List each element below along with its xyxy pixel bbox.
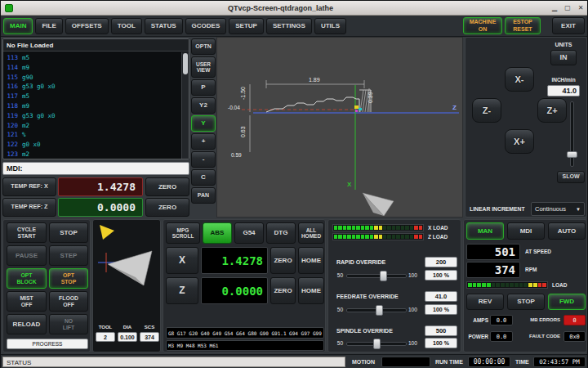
opt-block-button[interactable]: OPT BLOCK	[7, 268, 47, 289]
spindle-rev-button[interactable]: REV	[466, 294, 504, 310]
gcode-line[interactable]: 116g53 g0 x0	[5, 82, 181, 92]
z-home-button[interactable]: HOME	[298, 277, 324, 304]
mpg-scroll-button[interactable]: MPG SCROLL	[166, 222, 200, 244]
z-zero-button[interactable]: ZERO	[270, 277, 296, 304]
minimize-icon[interactable]: ▁	[548, 4, 561, 11]
exit-button[interactable]: EXIT	[552, 17, 585, 34]
gcode-list[interactable]: 113m5114m9115g90116g53 g0 x0117m5118m911…	[3, 52, 181, 159]
gcode-line[interactable]: 123m2	[5, 150, 181, 159]
spindle-rpm-display: 374	[466, 262, 520, 278]
spindle-fwd-button[interactable]: FWD	[548, 294, 586, 310]
dtg-button[interactable]: DTG	[266, 222, 296, 244]
view-pan-button[interactable]: PAN	[191, 187, 216, 204]
temp-ref-z-button[interactable]: TEMP REF: Z	[2, 198, 56, 217]
file-scrollbar[interactable]	[181, 52, 189, 159]
view-y-button[interactable]: Y	[191, 115, 216, 132]
jog-rate-slider-handle[interactable]	[567, 151, 577, 158]
app-window: QTvcp-Screen-qtdragon_lathe ▁ ▢ ✕ MAIN F…	[0, 0, 588, 368]
x-home-button[interactable]: HOME	[298, 247, 324, 274]
gcode-line[interactable]: 120m2	[5, 121, 181, 131]
view-c-button[interactable]: C	[191, 169, 216, 186]
rapid-slider-handle[interactable]	[380, 271, 387, 281]
mdi-entry[interactable]: MDI:	[2, 162, 189, 175]
cycle-start-button[interactable]: CYCLE START	[7, 222, 47, 243]
mb-errors-label: MB ERRORS	[516, 317, 560, 322]
opt-stop-button[interactable]: OPT STOP	[49, 268, 88, 289]
slow-button[interactable]: SLOW	[557, 171, 585, 183]
view-y2-button[interactable]: Y2	[191, 97, 216, 114]
fault-code-label: FAULT CODE	[516, 334, 560, 339]
gcode-line[interactable]: 115g90	[5, 73, 181, 83]
scrollbar-thumb[interactable]	[183, 53, 188, 74]
step-button[interactable]: STEP	[49, 245, 88, 266]
tab-utils[interactable]: UTILS	[314, 18, 346, 34]
tab-offsets[interactable]: OFFSETS	[65, 18, 109, 34]
jog-x-minus-button[interactable]: X-	[505, 67, 534, 92]
feed-override-slider[interactable]	[346, 308, 407, 312]
mist-button[interactable]: MIST OFF	[7, 291, 47, 312]
machine-on-button[interactable]: MACHINE ON	[463, 17, 502, 34]
gcode-line[interactable]: 114m9	[5, 63, 181, 73]
mdi-mode-button[interactable]: MDI	[507, 222, 545, 240]
view-optn-button[interactable]: OPTN	[191, 38, 216, 55]
time-label: TIME	[515, 359, 529, 365]
tab-main[interactable]: MAIN	[3, 18, 33, 34]
gcode-line[interactable]: 113m5	[5, 53, 181, 63]
tab-gcodes[interactable]: GCODES	[185, 18, 227, 34]
tab-settings[interactable]: SETTINGS	[266, 18, 312, 34]
reload-button[interactable]: RELOAD	[7, 314, 47, 334]
abs-button[interactable]: ABS	[203, 222, 232, 244]
no-lift-button[interactable]: NO LIFT	[49, 314, 88, 334]
jog-z-plus-button[interactable]: Z+	[537, 98, 567, 123]
axis-x-button[interactable]: X	[166, 247, 198, 274]
jog-panel: UNITS IN INCH/min 41.0 X- Z- Z+ X+ SLOW …	[465, 37, 587, 218]
spindle-stop-button[interactable]: STOP	[507, 294, 545, 310]
tab-status[interactable]: STATUS	[145, 18, 183, 34]
rpm-label: RPM	[525, 267, 537, 272]
g54-button[interactable]: G54	[234, 222, 264, 244]
man-mode-button[interactable]: MAN	[466, 222, 504, 240]
gcode-line[interactable]: 118m9	[5, 101, 181, 111]
temp-ref-x-zero-button[interactable]: ZERO	[145, 177, 189, 196]
power-display: 0.0	[490, 331, 513, 342]
tab-tool[interactable]: TOOL	[111, 18, 142, 34]
view-zoom-out-button[interactable]: -	[191, 151, 216, 168]
jog-x-plus-button[interactable]: X+	[505, 129, 534, 154]
increment-value: Continuous	[535, 205, 566, 213]
tab-setup[interactable]: SETUP	[229, 18, 264, 34]
feed-slider-handle[interactable]	[376, 305, 383, 316]
auto-mode-button[interactable]: AUTO	[548, 222, 586, 240]
rapid-override-slider[interactable]	[346, 274, 407, 278]
view-zoom-in-button[interactable]: +	[191, 133, 216, 150]
view-p-button[interactable]: P	[191, 79, 216, 96]
jog-z-minus-button[interactable]: Z-	[472, 98, 501, 123]
tab-file[interactable]: FILE	[35, 18, 62, 34]
power-label: POWER	[466, 334, 488, 339]
gcode-line[interactable]: 117m5	[5, 92, 181, 101]
units-button[interactable]: IN	[550, 50, 577, 65]
view-user-view-button[interactable]: USER VIEW	[191, 56, 216, 78]
stop-button[interactable]: STOP	[49, 222, 88, 243]
spindle-percent: 100 %	[425, 338, 457, 348]
pause-button[interactable]: PAUSE	[7, 245, 47, 266]
estop-reset-button[interactable]: ESTOP RESET	[505, 17, 541, 34]
gcode-line[interactable]: 119g53 g0 x0	[5, 111, 181, 121]
rapid-min-label: 50	[332, 272, 343, 278]
jog-rate-slider[interactable]	[570, 101, 574, 167]
gcode-line[interactable]: 122g0 x0	[5, 140, 181, 150]
spindle-override-label: SPINDLE OVERRIDE	[336, 328, 393, 334]
maximize-icon[interactable]: ▢	[561, 4, 574, 11]
spindle-slider-handle[interactable]	[373, 339, 381, 349]
all-homed-button[interactable]: ALL HOMED	[298, 222, 324, 244]
mb-errors-display: 0	[564, 315, 586, 325]
x-zero-button[interactable]: ZERO	[270, 247, 296, 274]
spindle-override-slider[interactable]	[346, 342, 407, 346]
preview-panel[interactable]: Z X 1.89 0.39 -1.50 -0.04 0.63 0.59	[216, 37, 463, 218]
temp-ref-x-button[interactable]: TEMP REF: X	[2, 177, 56, 196]
temp-ref-z-zero-button[interactable]: ZERO	[145, 198, 189, 217]
flood-button[interactable]: FLOOD OFF	[49, 291, 88, 312]
gcode-line[interactable]: 121%	[5, 130, 181, 140]
axis-z-button[interactable]: Z	[166, 277, 198, 304]
increment-select[interactable]: Continuous ▼	[531, 202, 585, 216]
close-icon[interactable]: ✕	[574, 4, 587, 11]
